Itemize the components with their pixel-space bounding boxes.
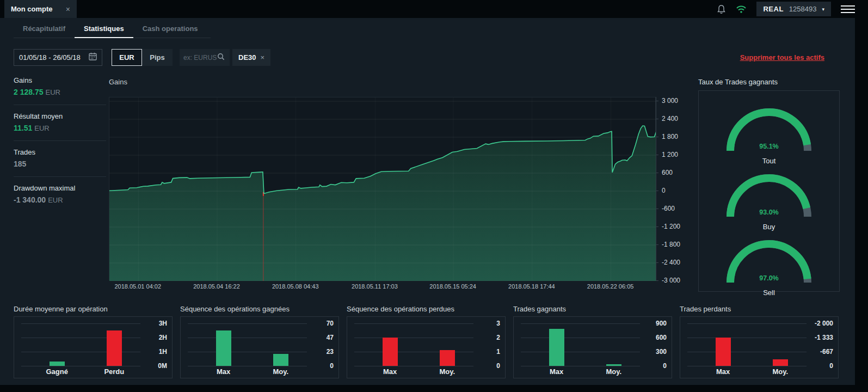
- mini-gridline: [188, 366, 307, 366]
- wifi-status-icon[interactable]: [736, 5, 747, 14]
- x-tick-label: 2018.05.11 17:03: [352, 283, 398, 290]
- hamburger-menu-icon[interactable]: [841, 5, 855, 13]
- main-chart-title: Gains: [109, 78, 127, 86]
- stats-panel: Gains2 128.75EURRésultat moyen11.51EURTr…: [14, 76, 106, 205]
- mini-gridline: [354, 352, 473, 352]
- content-area: RécapitulatifStatistiquesCash operations…: [0, 18, 855, 385]
- mini-tick-label: 1: [475, 348, 500, 356]
- x-tick-label: 2018.05.04 16:22: [193, 283, 240, 290]
- gauge-tout: 95.1% Tout: [699, 103, 839, 165]
- chip-close-icon[interactable]: ×: [261, 53, 265, 62]
- y-tick-label: -2 400: [662, 259, 680, 266]
- mini-tick-label: 1H: [142, 348, 167, 356]
- y-tick-mark: [656, 155, 658, 155]
- y-tick-mark: [656, 137, 658, 137]
- gauges-panel: 95.1% Tout 93.0% Buy 97.0% Sell: [698, 90, 840, 292]
- mini-tick-label: 0M: [142, 362, 167, 370]
- mini-bar-moy: [606, 364, 621, 366]
- mini-bar-max: [383, 338, 398, 366]
- mini-category-label: Moy.: [606, 367, 621, 376]
- date-range-picker[interactable]: 01/05/18 - 26/05/18: [14, 49, 102, 66]
- mini-gridline: [188, 352, 307, 352]
- stat-label: Gains: [14, 76, 106, 84]
- mini-gridline: [521, 338, 640, 338]
- y-tick-mark: [656, 101, 658, 101]
- y-tick-label: 3 000: [662, 97, 678, 105]
- x-tick-label: 2018.05.15 05:24: [429, 283, 476, 290]
- divider: [14, 176, 106, 177]
- y-tick-label: -600: [662, 205, 675, 212]
- account-tab-title: Mon compte: [11, 5, 66, 13]
- calendar-icon: [89, 52, 97, 63]
- chevron-down-icon: ▾: [822, 7, 824, 12]
- symbol-chip-de30[interactable]: DE30 ×: [232, 49, 270, 66]
- mini-gridline: [354, 323, 473, 324]
- search-icon[interactable]: [217, 53, 225, 63]
- gains-chart-svg: [109, 97, 656, 281]
- stat-value-row: 185: [14, 159, 106, 169]
- stat-label: Trades: [14, 148, 106, 156]
- x-tick-label: 2018.05.18 17:44: [508, 283, 555, 290]
- mini-category-label: Max: [550, 367, 563, 376]
- y-tick-label: 600: [662, 169, 673, 176]
- mini-chart-title: Trades perdants: [680, 305, 839, 313]
- mini-bar-max: [216, 330, 231, 366]
- mini-chart-box: -2 000-1 333-6670MaxMoy.: [680, 316, 839, 378]
- tab-cash-operations[interactable]: Cash operations: [133, 24, 207, 38]
- eur-button[interactable]: EUR: [112, 49, 142, 66]
- stat-row: Trades185: [14, 148, 106, 169]
- search-input[interactable]: [183, 54, 217, 62]
- mini-charts-row: Durée moyenne par opération3H2H1H0MGagné…: [14, 305, 839, 378]
- mini-tick-label: 900: [642, 320, 667, 327]
- mini-tick-label: 0: [309, 362, 334, 370]
- y-tick-label: -3 000: [662, 277, 680, 284]
- mini-bar-moy: [773, 359, 788, 366]
- mini-chart-trades-perdants: Trades perdants-2 000-1 333-6670MaxMoy.: [680, 305, 839, 378]
- mini-gridline: [354, 366, 473, 366]
- mini-gridline: [21, 352, 140, 352]
- gains-chart-plot: [109, 97, 656, 280]
- mini-tick-label: 3H: [142, 320, 167, 327]
- mini-gridline: [521, 366, 640, 366]
- top-bar: Mon compte × REAL 1258493 ▾: [0, 0, 868, 18]
- account-selector[interactable]: REAL 1258493 ▾: [756, 2, 831, 16]
- stat-value: 11.51: [14, 124, 32, 132]
- y-tick-mark: [656, 226, 658, 227]
- mini-tick-label: 23: [309, 348, 334, 356]
- stat-unit: EUR: [48, 196, 63, 204]
- gauge-value: 93.0%: [759, 209, 778, 216]
- mini-tick-label: -1 333: [808, 334, 833, 341]
- mini-chart-box: 3H2H1H0MGagnéPerdu: [14, 316, 173, 378]
- mini-chart-title: Séquence des opérations gagnées: [180, 305, 339, 313]
- close-icon[interactable]: ×: [66, 5, 70, 14]
- y-tick-label: 1 800: [662, 133, 678, 140]
- y-tick-mark: [656, 244, 658, 245]
- bell-icon[interactable]: [717, 4, 726, 14]
- pips-button[interactable]: Pips: [142, 49, 173, 66]
- y-tick-mark: [656, 173, 658, 173]
- account-tab[interactable]: Mon compte ×: [4, 0, 77, 18]
- tab-r-capitulatif[interactable]: Récapitulatif: [14, 24, 75, 38]
- delete-all-assets-link[interactable]: Supprimer tous les actifs: [740, 53, 824, 62]
- mini-tick-label: 0: [642, 362, 667, 370]
- mini-chart-title: Durée moyenne par opération: [14, 305, 173, 313]
- mini-gridline: [21, 338, 140, 338]
- symbol-search: [180, 49, 230, 66]
- gauge-value: 97.0%: [759, 274, 778, 282]
- topbar-right: REAL 1258493 ▾: [717, 0, 855, 18]
- mini-gridline: [521, 352, 640, 352]
- mini-chart-box: 9006003000MaxMoy.: [513, 316, 672, 378]
- x-tick-label: 2018.05.01 04:02: [114, 283, 161, 290]
- mini-tick-label: 47: [309, 334, 334, 341]
- mini-bar-perdu: [107, 330, 122, 366]
- mini-tick-label: -667: [808, 348, 833, 356]
- gauge-label: Tout: [762, 157, 776, 165]
- mini-gridline: [188, 338, 307, 338]
- stat-value-row: 11.51EUR: [14, 123, 106, 133]
- app-window: Mon compte × REAL 1258493 ▾: [0, 0, 868, 392]
- mini-tick-label: 2: [475, 334, 500, 341]
- stat-value-row: -1 340.00EUR: [14, 195, 106, 205]
- tab-statistiques[interactable]: Statistiques: [75, 24, 133, 38]
- mini-tick-label: 0: [475, 362, 500, 370]
- mini-gridline: [687, 366, 807, 366]
